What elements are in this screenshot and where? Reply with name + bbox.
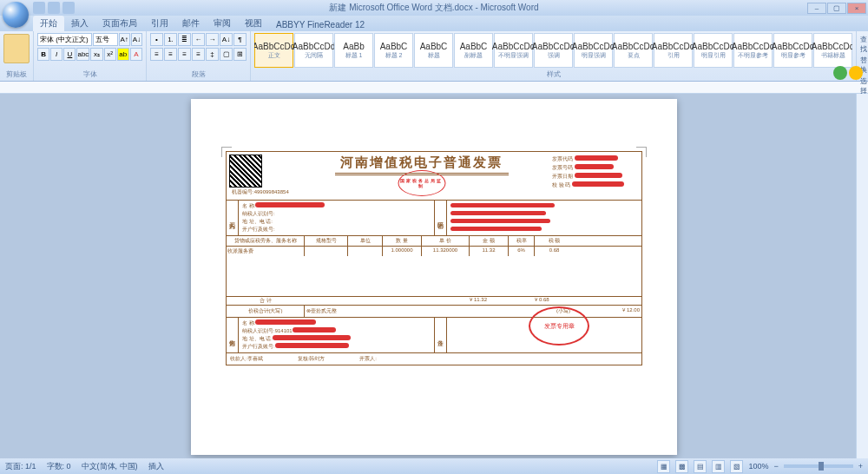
style-书籍标题[interactable]: AaBbCcDd书籍标题	[813, 33, 852, 68]
align-center-button[interactable]: ≡	[164, 48, 177, 61]
invoice-meta: 发票代码 发票号码 开票日期 校 验 码	[552, 155, 639, 197]
full-screen-view[interactable]: ▩	[675, 460, 688, 473]
quick-access-toolbar	[33, 2, 75, 14]
bullets-button[interactable]: •	[150, 33, 163, 46]
font-size-select[interactable]: 五号	[93, 33, 117, 46]
vertical-scrollbar[interactable]	[856, 94, 868, 458]
highlight-button[interactable]: ab	[117, 48, 129, 61]
line-spacing-button[interactable]: ‡	[206, 48, 219, 61]
sort-button[interactable]: A↓	[220, 33, 233, 46]
strike-button[interactable]: abc	[76, 48, 89, 61]
tab-layout[interactable]: 页面布局	[95, 16, 144, 31]
invoice-seal: 发票专用章	[529, 306, 589, 346]
close-button[interactable]: ×	[847, 3, 866, 14]
clipboard-group: 剪贴板	[0, 31, 34, 81]
redo-icon[interactable]	[62, 2, 75, 14]
style-标题 2[interactable]: AaBbC标题 2	[374, 33, 413, 68]
style-不明显参考[interactable]: AaBbCcDd不明显参考	[733, 33, 773, 68]
ribbon: 剪贴板 宋体 (中文正文) 五号 A↑ A↓ B I U abc x₂ x² a…	[0, 31, 868, 82]
language-indicator[interactable]: 中文(简体, 中国)	[82, 461, 138, 472]
superscript-button[interactable]: x²	[104, 48, 116, 61]
show-marks-button[interactable]: ¶	[233, 33, 247, 46]
zoom-slider[interactable]	[784, 464, 853, 468]
undo-icon[interactable]	[48, 2, 60, 14]
style-强调[interactable]: AaBbCcDd强调	[534, 33, 573, 68]
paragraph-group: • 1. ≣ ← → A↓ ¶ ≡ ≡ ≡ ≡ ‡ ▢ ⊞ 段落	[147, 31, 251, 81]
style-明显强调[interactable]: AaBbCcDd明显强调	[574, 33, 613, 68]
ribbon-tabs: 开始 插入 页面布局 引用 邮件 审阅 视图 ABBYY FineReader …	[0, 16, 868, 31]
web-layout-view[interactable]: ▤	[694, 460, 707, 473]
styles-group: AaBbCcDd正文AaBbCcDd无间隔AaBb标题 1AaBbC标题 2Aa…	[251, 31, 857, 81]
italic-button[interactable]: I	[50, 48, 62, 61]
office-button[interactable]	[3, 2, 29, 28]
multilevel-button[interactable]: ≣	[178, 33, 191, 46]
status-dot-green	[833, 66, 847, 80]
minimize-button[interactable]: –	[807, 3, 826, 14]
page: 机器编号:499099843854 河南增值税电子普通发票 国家税务总局监制 发…	[191, 99, 677, 455]
align-right-button[interactable]: ≡	[178, 48, 191, 61]
zoom-level[interactable]: 100%	[748, 462, 768, 471]
style-不明显强调[interactable]: AaBbCcDd不明显强调	[494, 33, 533, 68]
grow-font-button[interactable]: A↑	[119, 33, 130, 46]
page-indicator[interactable]: 页面: 1/1	[5, 461, 36, 472]
style-无间隔[interactable]: AaBbCcDd无间隔	[294, 33, 333, 68]
style-明显参考[interactable]: AaBbCcDd明显参考	[773, 33, 812, 68]
justify-button[interactable]: ≡	[192, 48, 205, 61]
title-bar: 新建 Microsoft Office Word 文档.docx - Micro…	[0, 0, 868, 16]
borders-button[interactable]: ⊞	[233, 48, 247, 61]
indent-dec-button[interactable]: ←	[192, 33, 205, 46]
shrink-font-button[interactable]: A↓	[131, 33, 142, 46]
word-count[interactable]: 字数: 0	[47, 461, 71, 472]
tab-review[interactable]: 审阅	[207, 16, 238, 31]
save-icon[interactable]	[33, 2, 45, 14]
style-标题[interactable]: AaBbC标题	[414, 33, 453, 68]
zoom-out-button[interactable]: −	[773, 462, 778, 471]
draft-view[interactable]: ▧	[730, 460, 743, 473]
subscript-button[interactable]: x₂	[90, 48, 102, 61]
font-color-button[interactable]: A	[130, 48, 142, 61]
tab-home[interactable]: 开始	[33, 16, 64, 31]
font-name-select[interactable]: 宋体 (中文正文)	[37, 33, 92, 46]
font-group: 宋体 (中文正文) 五号 A↑ A↓ B I U abc x₂ x² ab A …	[34, 31, 147, 81]
status-dot-yellow	[849, 66, 863, 80]
zoom-in-button[interactable]: +	[858, 462, 863, 471]
tab-mailings[interactable]: 邮件	[175, 16, 207, 31]
style-要点[interactable]: AaBbCcDd要点	[614, 33, 653, 68]
tab-insert[interactable]: 插入	[64, 16, 95, 31]
bold-button[interactable]: B	[37, 48, 49, 61]
tab-view[interactable]: 视图	[238, 16, 269, 31]
maximize-button[interactable]: ▢	[827, 3, 846, 14]
overlay-indicators	[833, 66, 863, 80]
invoice-image: 机器编号:499099843854 河南增值税电子普通发票 国家税务总局监制 发…	[226, 151, 642, 365]
window-title: 新建 Microsoft Office Word 文档.docx - Micro…	[329, 2, 538, 14]
style-明显引用[interactable]: AaBbCcDd明显引用	[694, 33, 733, 68]
insert-mode[interactable]: 插入	[148, 461, 164, 472]
shading-button[interactable]: ▢	[220, 48, 233, 61]
tab-references[interactable]: 引用	[144, 16, 175, 31]
print-layout-view[interactable]: ▦	[657, 460, 670, 473]
invoice-title: 河南增值税电子普通发票 国家税务总局监制	[292, 155, 552, 197]
indent-inc-button[interactable]: →	[206, 33, 219, 46]
tax-bureau-stamp: 国家税务总局监制	[398, 170, 445, 196]
style-正文[interactable]: AaBbCcDd正文	[254, 33, 293, 68]
document-area[interactable]: 机器编号:499099843854 河南增值税电子普通发票 国家税务总局监制 发…	[0, 94, 868, 458]
underline-button[interactable]: U	[63, 48, 76, 61]
qr-code	[229, 155, 262, 188]
align-left-button[interactable]: ≡	[150, 48, 163, 61]
horizontal-ruler[interactable]	[0, 82, 868, 94]
style-副标题[interactable]: AaBbC副标题	[454, 33, 493, 68]
numbering-button[interactable]: 1.	[164, 33, 177, 46]
find-button[interactable]: 查找	[860, 34, 867, 55]
status-bar: 页面: 1/1 字数: 0 中文(简体, 中国) 插入 ▦ ▩ ▤ ▥ ▧ 10…	[0, 458, 868, 474]
style-标题 1[interactable]: AaBb标题 1	[334, 33, 373, 68]
tab-abbyy[interactable]: ABBYY FineReader 12	[269, 18, 372, 31]
outline-view[interactable]: ▥	[712, 460, 725, 473]
paste-button[interactable]	[3, 34, 30, 63]
style-引用[interactable]: AaBbCcDd引用	[654, 33, 693, 68]
